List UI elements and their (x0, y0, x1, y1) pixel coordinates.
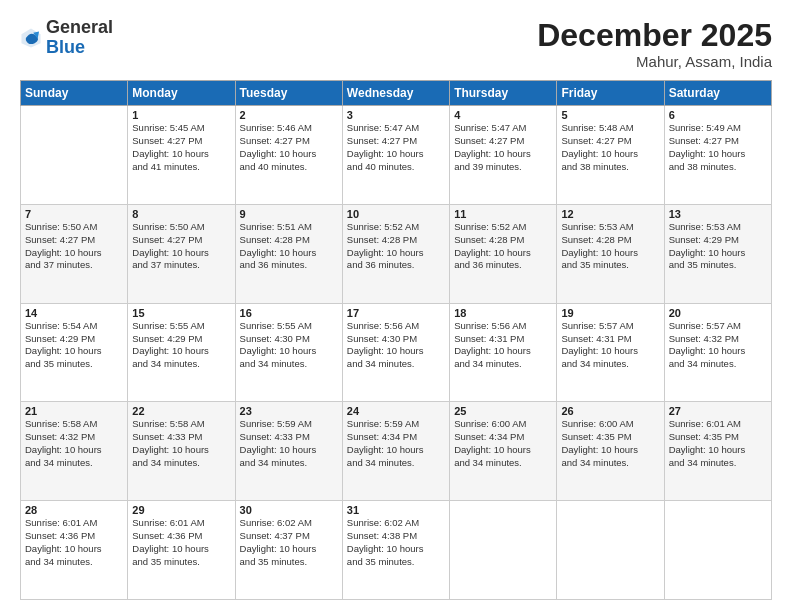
day-info: Sunrise: 5:58 AM Sunset: 4:32 PM Dayligh… (25, 418, 123, 469)
day-cell: 3Sunrise: 5:47 AM Sunset: 4:27 PM Daylig… (342, 106, 449, 205)
day-info: Sunrise: 5:57 AM Sunset: 4:32 PM Dayligh… (669, 320, 767, 371)
day-info: Sunrise: 6:01 AM Sunset: 4:35 PM Dayligh… (669, 418, 767, 469)
day-info: Sunrise: 5:46 AM Sunset: 4:27 PM Dayligh… (240, 122, 338, 173)
day-info: Sunrise: 5:56 AM Sunset: 4:31 PM Dayligh… (454, 320, 552, 371)
day-number: 13 (669, 208, 767, 220)
day-number: 29 (132, 504, 230, 516)
day-cell: 20Sunrise: 5:57 AM Sunset: 4:32 PM Dayli… (664, 303, 771, 402)
day-number: 26 (561, 405, 659, 417)
day-number: 3 (347, 109, 445, 121)
day-cell: 30Sunrise: 6:02 AM Sunset: 4:37 PM Dayli… (235, 501, 342, 600)
day-info: Sunrise: 6:00 AM Sunset: 4:35 PM Dayligh… (561, 418, 659, 469)
day-cell: 2Sunrise: 5:46 AM Sunset: 4:27 PM Daylig… (235, 106, 342, 205)
week-row-1: 7Sunrise: 5:50 AM Sunset: 4:27 PM Daylig… (21, 204, 772, 303)
day-info: Sunrise: 5:50 AM Sunset: 4:27 PM Dayligh… (132, 221, 230, 272)
day-cell: 17Sunrise: 5:56 AM Sunset: 4:30 PM Dayli… (342, 303, 449, 402)
weekday-header-sunday: Sunday (21, 81, 128, 106)
day-cell: 11Sunrise: 5:52 AM Sunset: 4:28 PM Dayli… (450, 204, 557, 303)
day-cell: 8Sunrise: 5:50 AM Sunset: 4:27 PM Daylig… (128, 204, 235, 303)
day-cell: 25Sunrise: 6:00 AM Sunset: 4:34 PM Dayli… (450, 402, 557, 501)
day-info: Sunrise: 6:02 AM Sunset: 4:37 PM Dayligh… (240, 517, 338, 568)
day-number: 27 (669, 405, 767, 417)
logo-text: General Blue (46, 18, 113, 58)
day-info: Sunrise: 5:50 AM Sunset: 4:27 PM Dayligh… (25, 221, 123, 272)
day-number: 6 (669, 109, 767, 121)
week-row-0: 1Sunrise: 5:45 AM Sunset: 4:27 PM Daylig… (21, 106, 772, 205)
day-info: Sunrise: 5:45 AM Sunset: 4:27 PM Dayligh… (132, 122, 230, 173)
day-cell (21, 106, 128, 205)
day-number: 9 (240, 208, 338, 220)
day-info: Sunrise: 6:02 AM Sunset: 4:38 PM Dayligh… (347, 517, 445, 568)
day-info: Sunrise: 5:49 AM Sunset: 4:27 PM Dayligh… (669, 122, 767, 173)
day-number: 25 (454, 405, 552, 417)
day-info: Sunrise: 5:47 AM Sunset: 4:27 PM Dayligh… (347, 122, 445, 173)
day-info: Sunrise: 6:01 AM Sunset: 4:36 PM Dayligh… (25, 517, 123, 568)
day-info: Sunrise: 5:55 AM Sunset: 4:29 PM Dayligh… (132, 320, 230, 371)
logo-blue-text: Blue (46, 38, 113, 58)
title-block: December 2025 Mahur, Assam, India (537, 18, 772, 70)
day-info: Sunrise: 5:53 AM Sunset: 4:29 PM Dayligh… (669, 221, 767, 272)
day-number: 28 (25, 504, 123, 516)
header: General Blue December 2025 Mahur, Assam,… (20, 18, 772, 70)
day-cell: 9Sunrise: 5:51 AM Sunset: 4:28 PM Daylig… (235, 204, 342, 303)
day-cell: 22Sunrise: 5:58 AM Sunset: 4:33 PM Dayli… (128, 402, 235, 501)
week-row-2: 14Sunrise: 5:54 AM Sunset: 4:29 PM Dayli… (21, 303, 772, 402)
day-info: Sunrise: 5:59 AM Sunset: 4:33 PM Dayligh… (240, 418, 338, 469)
day-number: 14 (25, 307, 123, 319)
month-year: December 2025 (537, 18, 772, 53)
day-info: Sunrise: 5:54 AM Sunset: 4:29 PM Dayligh… (25, 320, 123, 371)
day-cell: 12Sunrise: 5:53 AM Sunset: 4:28 PM Dayli… (557, 204, 664, 303)
day-info: Sunrise: 5:59 AM Sunset: 4:34 PM Dayligh… (347, 418, 445, 469)
calendar: SundayMondayTuesdayWednesdayThursdayFrid… (20, 80, 772, 600)
day-number: 1 (132, 109, 230, 121)
day-cell: 29Sunrise: 6:01 AM Sunset: 4:36 PM Dayli… (128, 501, 235, 600)
day-cell: 13Sunrise: 5:53 AM Sunset: 4:29 PM Dayli… (664, 204, 771, 303)
day-info: Sunrise: 5:58 AM Sunset: 4:33 PM Dayligh… (132, 418, 230, 469)
day-number: 19 (561, 307, 659, 319)
day-info: Sunrise: 5:53 AM Sunset: 4:28 PM Dayligh… (561, 221, 659, 272)
day-cell: 10Sunrise: 5:52 AM Sunset: 4:28 PM Dayli… (342, 204, 449, 303)
day-cell: 14Sunrise: 5:54 AM Sunset: 4:29 PM Dayli… (21, 303, 128, 402)
day-cell: 18Sunrise: 5:56 AM Sunset: 4:31 PM Dayli… (450, 303, 557, 402)
day-cell: 28Sunrise: 6:01 AM Sunset: 4:36 PM Dayli… (21, 501, 128, 600)
day-number: 11 (454, 208, 552, 220)
day-info: Sunrise: 5:55 AM Sunset: 4:30 PM Dayligh… (240, 320, 338, 371)
day-cell: 26Sunrise: 6:00 AM Sunset: 4:35 PM Dayli… (557, 402, 664, 501)
day-number: 18 (454, 307, 552, 319)
day-cell: 23Sunrise: 5:59 AM Sunset: 4:33 PM Dayli… (235, 402, 342, 501)
day-info: Sunrise: 5:47 AM Sunset: 4:27 PM Dayligh… (454, 122, 552, 173)
logo-icon (20, 27, 42, 49)
day-cell: 7Sunrise: 5:50 AM Sunset: 4:27 PM Daylig… (21, 204, 128, 303)
day-cell: 5Sunrise: 5:48 AM Sunset: 4:27 PM Daylig… (557, 106, 664, 205)
day-cell (557, 501, 664, 600)
day-cell: 1Sunrise: 5:45 AM Sunset: 4:27 PM Daylig… (128, 106, 235, 205)
day-number: 10 (347, 208, 445, 220)
weekday-header-thursday: Thursday (450, 81, 557, 106)
day-info: Sunrise: 6:01 AM Sunset: 4:36 PM Dayligh… (132, 517, 230, 568)
day-number: 17 (347, 307, 445, 319)
day-cell: 27Sunrise: 6:01 AM Sunset: 4:35 PM Dayli… (664, 402, 771, 501)
weekday-header-wednesday: Wednesday (342, 81, 449, 106)
day-cell (664, 501, 771, 600)
weekday-header-tuesday: Tuesday (235, 81, 342, 106)
day-info: Sunrise: 5:52 AM Sunset: 4:28 PM Dayligh… (347, 221, 445, 272)
day-cell: 16Sunrise: 5:55 AM Sunset: 4:30 PM Dayli… (235, 303, 342, 402)
weekday-header-saturday: Saturday (664, 81, 771, 106)
page: General Blue December 2025 Mahur, Assam,… (0, 0, 792, 612)
day-cell: 19Sunrise: 5:57 AM Sunset: 4:31 PM Dayli… (557, 303, 664, 402)
day-cell: 24Sunrise: 5:59 AM Sunset: 4:34 PM Dayli… (342, 402, 449, 501)
day-info: Sunrise: 5:51 AM Sunset: 4:28 PM Dayligh… (240, 221, 338, 272)
day-info: Sunrise: 5:48 AM Sunset: 4:27 PM Dayligh… (561, 122, 659, 173)
day-number: 16 (240, 307, 338, 319)
day-number: 20 (669, 307, 767, 319)
day-number: 8 (132, 208, 230, 220)
day-number: 15 (132, 307, 230, 319)
week-row-4: 28Sunrise: 6:01 AM Sunset: 4:36 PM Dayli… (21, 501, 772, 600)
day-number: 5 (561, 109, 659, 121)
day-cell (450, 501, 557, 600)
day-info: Sunrise: 5:57 AM Sunset: 4:31 PM Dayligh… (561, 320, 659, 371)
day-number: 12 (561, 208, 659, 220)
day-number: 31 (347, 504, 445, 516)
day-number: 2 (240, 109, 338, 121)
day-number: 4 (454, 109, 552, 121)
